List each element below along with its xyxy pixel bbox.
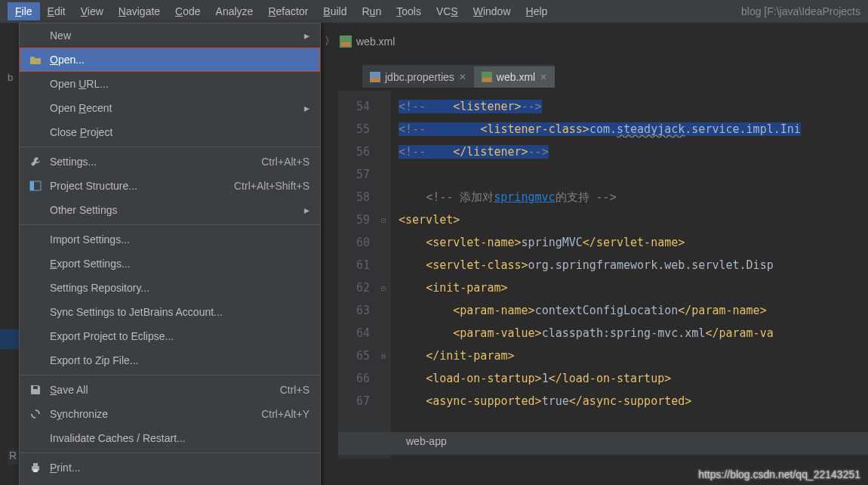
editor-breadcrumb-bar[interactable]: web-app xyxy=(338,432,868,455)
close-icon[interactable]: ✕ xyxy=(459,72,466,82)
wrench-icon xyxy=(29,155,42,168)
breadcrumb[interactable]: 〉 web.xml xyxy=(325,35,395,48)
line-number-gutter: 5455565758596061626364656667 xyxy=(338,91,376,459)
code-line[interactable]: <servlet-name>springMVC</servlet-name> xyxy=(399,231,868,254)
fold-marker[interactable] xyxy=(376,231,391,254)
shortcut-label: Ctrl+Alt+S xyxy=(261,156,309,168)
fold-marker[interactable] xyxy=(376,141,391,163)
line-number: 61 xyxy=(338,254,370,276)
menu-item-label: Other Settings xyxy=(50,204,118,216)
fold-marker[interactable]: ⊟ xyxy=(376,276,391,299)
svg-rect-1 xyxy=(30,181,34,190)
menu-code[interactable]: Code xyxy=(168,2,208,20)
line-number: 59 xyxy=(338,209,370,231)
fold-marker[interactable] xyxy=(376,254,391,276)
code-line[interactable]: <init-param> xyxy=(399,276,868,299)
fold-marker[interactable] xyxy=(376,163,391,186)
menu-separator xyxy=(20,147,320,147)
code-line[interactable]: <servlet> xyxy=(399,209,868,231)
menu-help[interactable]: Help xyxy=(519,2,556,20)
fold-marker[interactable] xyxy=(376,118,391,141)
file-menu-othersettings[interactable]: Other Settings▸ xyxy=(20,198,320,222)
menu-item-label: Open URL... xyxy=(50,78,109,90)
code-editor[interactable]: 5455565758596061626364656667 ⊟⊟⊞ <!-- <l… xyxy=(338,91,868,459)
code-line[interactable]: <servlet-class>org.springframework.web.s… xyxy=(399,254,868,276)
code-line[interactable]: <!-- </listener>--> xyxy=(399,141,868,163)
file-menu-saveall[interactable]: Save AllCtrl+S xyxy=(20,378,320,402)
breadcrumb-file[interactable]: web.xml xyxy=(356,36,395,48)
menu-vcs[interactable]: VCS xyxy=(429,2,466,20)
tab-jdbc-properties[interactable]: jdbc.properties✕ xyxy=(362,65,474,88)
fold-marker[interactable] xyxy=(376,95,391,118)
shortcut-label: Ctrl+Alt+Shift+S xyxy=(234,180,309,192)
code-area[interactable]: <!-- <listener>--><!-- <listener-class>c… xyxy=(391,91,868,459)
tab-web-xml[interactable]: web.xml✕ xyxy=(474,65,555,88)
file-menu-openrecent[interactable]: Open Recent▸ xyxy=(20,96,320,120)
file-menu-dropdown: New▸Open...Open URL...Open Recent▸Close … xyxy=(19,23,321,485)
menu-build[interactable]: Build xyxy=(315,2,354,20)
file-menu-importsettings[interactable]: Import Settings... xyxy=(20,227,320,252)
menu-item-label: Print... xyxy=(50,462,80,474)
code-line[interactable] xyxy=(399,163,868,186)
fold-marker[interactable] xyxy=(376,322,391,344)
file-menu-settings[interactable]: Settings...Ctrl+Alt+S xyxy=(20,150,320,174)
shortcut-label: Ctrl+S xyxy=(280,384,309,396)
menu-item-label: Export Project to Eclipse... xyxy=(50,330,174,342)
fold-marker[interactable] xyxy=(376,367,391,390)
menu-item-label: Save All xyxy=(50,384,88,396)
breadcrumb-context[interactable]: web-app xyxy=(406,435,447,447)
code-line[interactable]: <param-value>classpath:spring-mvc.xml</p… xyxy=(399,322,868,344)
file-menu-associate[interactable]: Associate with File Type... xyxy=(20,480,320,485)
code-line[interactable]: <!-- 添加对springmvc的支持 --> xyxy=(399,186,868,209)
line-number: 64 xyxy=(338,322,370,344)
line-number: 65 xyxy=(338,344,370,367)
code-line[interactable]: <param-name>contextConfigLocation</param… xyxy=(399,299,868,322)
fold-marker[interactable]: ⊟ xyxy=(376,209,391,231)
code-line[interactable]: <!-- <listener-class>com.steadyjack.serv… xyxy=(399,118,868,141)
menu-run[interactable]: Run xyxy=(354,2,389,20)
file-menu-openurl[interactable]: Open URL... xyxy=(20,72,320,96)
fold-marker[interactable] xyxy=(376,186,391,209)
code-line[interactable]: <async-supported>true</async-supported> xyxy=(399,390,868,412)
menu-separator xyxy=(20,375,320,375)
code-line[interactable]: <!-- <listener>--> xyxy=(399,95,868,118)
line-number: 56 xyxy=(338,141,370,163)
submenu-arrow-icon: ▸ xyxy=(304,29,309,42)
fold-marker[interactable] xyxy=(376,299,391,322)
menubar: FileEditViewNavigateCodeAnalyzeRefactorB… xyxy=(0,0,868,23)
menu-view[interactable]: View xyxy=(73,2,111,20)
file-menu-print[interactable]: Print... xyxy=(20,456,320,480)
line-number: 67 xyxy=(338,390,370,412)
fold-marker[interactable] xyxy=(376,390,391,412)
watermark: https://blog.csdn.net/qq_22143251 xyxy=(698,468,860,480)
menu-window[interactable]: Window xyxy=(466,2,519,20)
close-icon[interactable]: ✕ xyxy=(540,72,547,82)
file-menu-exporteclipse[interactable]: Export Project to Eclipse... xyxy=(20,324,320,348)
code-line[interactable]: <load-on-startup>1</load-on-startup> xyxy=(399,367,868,390)
fold-gutter[interactable]: ⊟⊟⊞ xyxy=(376,91,391,459)
svg-rect-5 xyxy=(33,469,38,472)
line-number: 63 xyxy=(338,299,370,322)
file-menu-open[interactable]: Open... xyxy=(20,48,320,72)
file-menu-exportsettings[interactable]: Export Settings... xyxy=(20,252,320,276)
menu-edit[interactable]: Edit xyxy=(40,2,73,20)
file-menu-invalidate[interactable]: Invalidate Caches / Restart... xyxy=(20,426,320,450)
menu-navigate[interactable]: Navigate xyxy=(111,2,168,20)
menu-file[interactable]: File xyxy=(8,2,40,20)
file-menu-exportzip[interactable]: Export to Zip File... xyxy=(20,348,320,372)
menu-refactor[interactable]: Refactor xyxy=(260,2,315,20)
file-menu-new[interactable]: New▸ xyxy=(20,23,320,48)
file-menu-closeproject[interactable]: Close Project xyxy=(20,120,320,144)
project-path: blog [F:\java\IdeaProjects xyxy=(741,5,860,17)
file-menu-sync[interactable]: SynchronizeCtrl+Alt+Y xyxy=(20,402,320,426)
submenu-arrow-icon: ▸ xyxy=(304,204,309,216)
fold-marker[interactable]: ⊞ xyxy=(376,344,391,367)
file-menu-syncjb[interactable]: Sync Settings to JetBrains Account... xyxy=(20,300,320,324)
menu-tools[interactable]: Tools xyxy=(389,2,429,20)
left-gutter-marker: R xyxy=(8,449,18,465)
code-line[interactable]: </init-param> xyxy=(399,344,868,367)
menu-analyze[interactable]: Analyze xyxy=(208,2,261,20)
file-menu-projectstructure[interactable]: Project Structure...Ctrl+Alt+Shift+S xyxy=(20,174,320,198)
file-menu-settingsrepo[interactable]: Settings Repository... xyxy=(20,276,320,300)
line-number: 54 xyxy=(338,95,370,118)
